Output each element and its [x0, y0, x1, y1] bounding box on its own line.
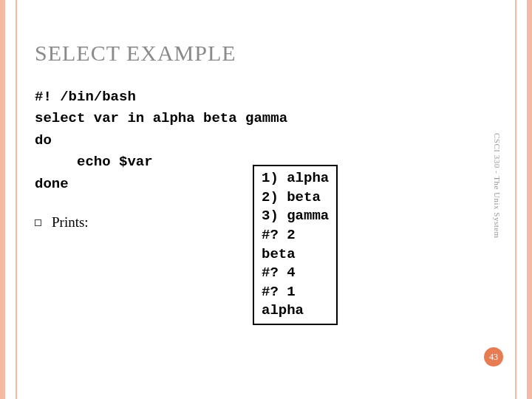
slide-title: SELECT EXAMPLE — [35, 41, 497, 66]
output-line: beta — [262, 246, 296, 262]
output-line: #? 4 — [262, 265, 296, 281]
code-line: select var in alpha beta gamma — [35, 110, 287, 126]
output-line: 1) alpha — [262, 170, 329, 186]
output-line: #? 1 — [262, 284, 296, 300]
page-number-badge: 43 — [484, 347, 503, 366]
output-line: 2) beta — [262, 189, 321, 205]
slide: SELECT EXAMPLE #! /bin/bash select var i… — [0, 0, 532, 399]
output-box: 1) alpha 2) beta 3) gamma #? 2 beta #? 4… — [253, 165, 338, 325]
output-line: alpha — [262, 302, 304, 318]
output-line: 3) gamma — [262, 208, 329, 224]
code-line: #! /bin/bash — [35, 89, 136, 105]
code-line: echo $var — [35, 154, 153, 170]
output-line: #? 2 — [262, 227, 296, 243]
course-label: CSCI 330 - The Unix System — [493, 133, 502, 239]
page-number: 43 — [489, 352, 498, 363]
code-line: done — [35, 176, 69, 192]
bullet-label: Prints: — [52, 214, 89, 230]
code-line: do — [35, 132, 52, 149]
